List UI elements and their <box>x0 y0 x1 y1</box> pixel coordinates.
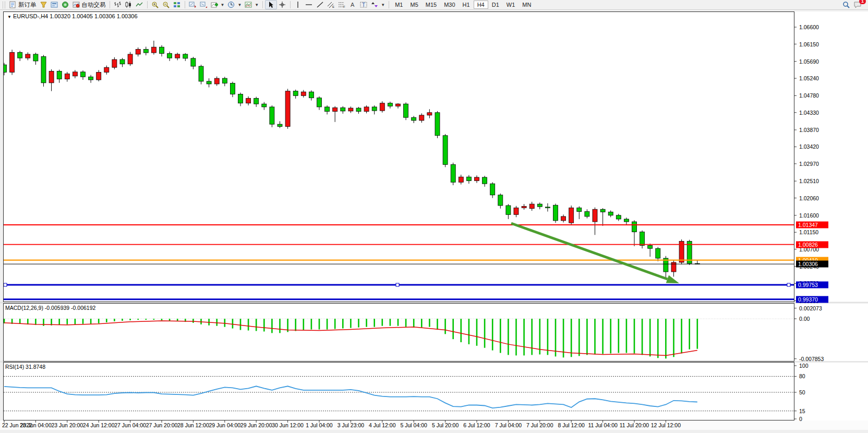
price-axis-label: 1.02060 <box>799 195 819 201</box>
price-tag-0.99753: 0.99753 <box>796 282 828 288</box>
rsi-axis-label: 0 <box>799 416 802 422</box>
macd-axis-label: 0.002073 <box>799 305 822 311</box>
time-axis-label: 5 Jul 20:00 <box>432 422 459 428</box>
price-axis-label: 1.06600 <box>799 24 819 30</box>
market-depth-icon <box>51 1 58 8</box>
zoom-in-button[interactable] <box>150 1 161 9</box>
fibonacci-button[interactable]: F <box>336 1 347 9</box>
candle <box>569 206 574 224</box>
candle <box>199 65 203 85</box>
chart-menu-arrow-icon[interactable]: ▼ <box>7 15 11 19</box>
text-label-icon: T <box>360 1 368 8</box>
chart-line-button[interactable] <box>134 1 145 9</box>
time-axis-label: 1 Jul 04:00 <box>306 422 332 428</box>
time-axis-label: 30 Jun 12:00 <box>272 422 304 428</box>
trendline-icon <box>316 1 324 8</box>
time-axis-label: 7 Jul 20:00 <box>526 422 553 428</box>
rsi-axis-label: 100 <box>799 363 809 369</box>
search-button[interactable] <box>841 1 852 9</box>
price-axis-label: 1.02970 <box>799 161 819 167</box>
signals-icon <box>62 1 69 8</box>
chart-candles-button[interactable] <box>123 1 134 9</box>
price-tag-1.00306: 1.00306 <box>796 261 828 268</box>
time-axis-label: 4 Jul 12:00 <box>369 422 395 428</box>
price-axis-label: 1.06150 <box>799 41 819 47</box>
indicators-button[interactable]: ▼ <box>209 1 226 9</box>
periods-button[interactable]: ▼ <box>226 1 243 9</box>
hline-drag-handle[interactable] <box>4 283 7 286</box>
price-axis-label: 1.05690 <box>799 58 819 65</box>
zoom-in-icon <box>151 1 159 8</box>
equidistant-channel-icon: E <box>327 1 335 8</box>
chevron-down-icon: ▼ <box>221 3 225 7</box>
time-axis-label: 6 Jul 12:00 <box>463 422 490 428</box>
chevron-down-icon: ▼ <box>255 3 259 7</box>
toolbar-separator <box>147 1 148 8</box>
chart-bars-icon <box>114 1 122 8</box>
timeframe-button-d1[interactable]: D1 <box>488 1 503 9</box>
timeframe-button-m30[interactable]: M30 <box>440 1 459 9</box>
timeframe-button-h4[interactable]: H4 <box>474 1 488 9</box>
channel-button[interactable]: E <box>326 1 336 9</box>
horizontal-line-button[interactable] <box>304 1 315 9</box>
shapes-button[interactable]: ▼ <box>369 1 387 9</box>
text-label-button[interactable]: T <box>358 1 369 9</box>
indicators-add-icon <box>211 1 219 8</box>
rsi-axis-label: 15 <box>799 408 805 414</box>
hline-drag-handle[interactable] <box>787 283 790 286</box>
time-axis-label: 27 Jun 04:00 <box>114 422 146 428</box>
chevron-down-icon: ▼ <box>237 3 242 7</box>
vertical-line-button[interactable] <box>293 1 304 9</box>
toolbar-separator <box>290 1 291 8</box>
macd-axis-label: 0.00 <box>799 316 810 322</box>
funnel-button[interactable] <box>38 1 49 9</box>
timeframe-bar: M1M5M15M30H1H4D1W1MN <box>391 1 535 9</box>
candle <box>285 89 290 128</box>
arrange-windows-button[interactable] <box>187 1 198 9</box>
cursor-icon <box>267 1 275 8</box>
time-axis-label: 24 Jun 12:00 <box>83 422 115 428</box>
time-axis-label: 8 Jul 12:00 <box>558 422 585 428</box>
candle <box>687 240 692 265</box>
fibonacci-icon: F <box>338 1 346 8</box>
cursor-button[interactable] <box>265 0 277 9</box>
text-button[interactable]: A <box>347 1 358 9</box>
tile-windows-button[interactable] <box>172 1 183 9</box>
timeframe-button-m1[interactable]: M1 <box>391 1 406 9</box>
timeframe-button-mn[interactable]: MN <box>519 1 535 9</box>
notifications-button[interactable]: 1 <box>852 1 863 9</box>
search-icon <box>842 1 850 8</box>
toolbar-grip[interactable] <box>3 2 5 8</box>
timeframe-button-m15[interactable]: M15 <box>422 1 440 9</box>
bottom-filler <box>0 430 868 433</box>
zoom-out-button[interactable] <box>161 1 172 9</box>
zoom-out-icon <box>162 1 170 8</box>
chart-bars-button[interactable] <box>112 1 123 9</box>
templates-button[interactable]: ▼ <box>243 1 260 9</box>
arrows-shapes-icon <box>371 1 379 8</box>
chart-symbol-period: EURUSD-,H4 <box>13 13 48 19</box>
chart-candles-icon <box>125 1 132 8</box>
hline-drag-handle[interactable] <box>396 283 399 286</box>
market-depth-button[interactable] <box>49 1 60 9</box>
chevron-down-icon: ▼ <box>381 3 385 7</box>
timeframe-button-m5[interactable]: M5 <box>406 1 421 9</box>
new-order-button[interactable]: 新订单 <box>7 1 38 9</box>
trendline-button[interactable] <box>315 1 326 9</box>
price-axis-label: 1.04780 <box>799 92 819 99</box>
chart-window[interactable]: 1.066001.061501.056901.052401.047801.043… <box>0 0 868 433</box>
autotrade-button[interactable]: 自动交易 <box>71 1 107 9</box>
chart-title-ohlc: 1.00320 1.00405 1.00306 1.00306 <box>50 13 137 19</box>
candle <box>128 52 132 66</box>
price-axis-label: 1.03870 <box>799 127 819 133</box>
timeframe-button-w1[interactable]: W1 <box>503 1 519 9</box>
toolbar-separator <box>389 1 389 8</box>
signals-button[interactable] <box>60 1 71 9</box>
price-axis-label: 1.01150 <box>799 229 818 235</box>
rsi-axis-label: 80 <box>799 373 805 379</box>
crosshair-button[interactable] <box>277 1 288 9</box>
cascade-windows-button[interactable] <box>198 1 209 9</box>
timeframe-button-h1[interactable]: H1 <box>459 1 474 9</box>
time-axis-label: 12 Jul 12:00 <box>651 422 681 428</box>
vertical-line-icon <box>294 1 302 8</box>
